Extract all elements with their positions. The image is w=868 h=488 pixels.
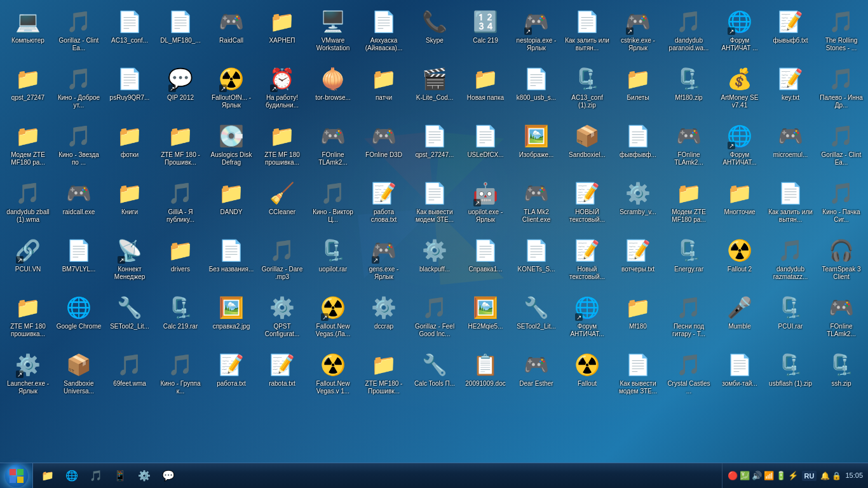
desktop-icon-rolling-stones[interactable]: 🎵The Rolling Stones - ... bbox=[817, 6, 866, 62]
desktop-icon-gorillaz-ea[interactable]: 🎵Gorillaz - Clint Ea... bbox=[54, 6, 104, 62]
desktop-icon-he2mqie5[interactable]: 🖼️HE2Mqie5... bbox=[461, 292, 510, 348]
desktop-icon-zte-mf180-p[interactable]: 📁ZTE MF 180 - Прошивк... bbox=[156, 120, 205, 176]
desktop-icon-bilety[interactable]: 📁Билеты bbox=[613, 63, 663, 119]
desktop-icon-votchery[interactable]: 📝вотчеры.txt bbox=[613, 234, 663, 290]
taskbar-item-settings[interactable]: ⚙️ bbox=[132, 465, 156, 487]
desktop-icon-rabota-txt[interactable]: 📝работа.txt bbox=[207, 349, 256, 405]
desktop-icon-20091009[interactable]: 📋20091009.doc bbox=[461, 349, 510, 405]
desktop-icon-dandy[interactable]: 📁DANDY bbox=[207, 177, 256, 233]
desktop-icon-69feet-wma[interactable]: 🎵69feet.wma bbox=[105, 349, 154, 405]
desktop-icon-mumble[interactable]: 🎤Mumble bbox=[715, 292, 764, 348]
desktop-icon-drivers[interactable]: 📁drivers bbox=[156, 234, 205, 290]
desktop-icon-falloutofn[interactable]: ☢️↗FalloutOfN... - Ярлык bbox=[207, 63, 256, 119]
desktop-icon-modem-zte[interactable]: 📁Модем ZTE MF180 ра... bbox=[3, 120, 53, 176]
desktop-icon-k800-usb[interactable]: 📄k800_usb_s... bbox=[512, 63, 561, 119]
desktop-icon-usbflash[interactable]: 🗜️usbflash (1).zip bbox=[766, 349, 815, 405]
desktop-icon-rabota-txt2[interactable]: 📝rabota.txt bbox=[257, 349, 307, 405]
desktop-icon-mf180[interactable]: 📁Mf180 bbox=[613, 292, 663, 348]
desktop-icon-na-rabotu[interactable]: ⏰↗На работу! будильни... bbox=[257, 63, 307, 119]
desktop-icon-calc219[interactable]: 🔢Calc 219 bbox=[461, 6, 510, 62]
desktop-icon-dandydub-razm[interactable]: 🎵dandydub razmatazz... bbox=[766, 234, 815, 290]
desktop-icon-harnep[interactable]: 📁ХАРНЕП bbox=[257, 6, 307, 62]
desktop-icon-forum-antichat[interactable]: 🌐↗Форум АНТИЧАТ... bbox=[562, 292, 612, 348]
desktop-icon-fonline-d3d[interactable]: 🎮FOnline D3D bbox=[359, 120, 409, 176]
desktop-icon-energy-rar[interactable]: 🗜️Energy.rar bbox=[664, 234, 714, 290]
desktop-icon-gens-exe[interactable]: 🎮↗gens.exe - Ярлык bbox=[359, 234, 409, 290]
desktop-icon-auslogics[interactable]: 💽Auslogics Disk Defrag bbox=[207, 120, 256, 176]
desktop-icon-gorillaz-clint2[interactable]: 🎵Gorillaz - Clint Ea... bbox=[817, 120, 866, 176]
desktop-icon-google-chrome[interactable]: 🌐Google Chrome bbox=[54, 292, 104, 348]
desktop-icon-mnogtochie[interactable]: 📁Многточие bbox=[715, 177, 764, 233]
taskbar-item-explorer[interactable]: 📁 bbox=[36, 465, 60, 487]
desktop-icon-spravka2-jpg[interactable]: 🖼️справка2.jpg bbox=[207, 292, 256, 348]
desktop-icon-artmoney[interactable]: 💰ArtMoney SE v7.41 bbox=[715, 63, 764, 119]
desktop-icon-tor-browse[interactable]: 🧅tor-browse... bbox=[308, 63, 358, 119]
desktop-icon-tla-mk2[interactable]: 🎮TLA Mk2 Client.exe bbox=[512, 177, 561, 233]
desktop-icon-kino-gruppa[interactable]: 🎵Кино - Группа к... bbox=[156, 349, 205, 405]
desktop-icon-dandydub-wma2[interactable]: 🎵dandydub paranoid.wa... bbox=[664, 6, 714, 62]
desktop-icon-mf180-zip[interactable]: 🗜️Mf180.zip bbox=[664, 63, 714, 119]
desktop-icon-qpst-conf[interactable]: ⚙️QPST Configurat... bbox=[257, 292, 307, 348]
desktop-icon-pcui-rar[interactable]: 🗜️PCUI.rar bbox=[766, 292, 815, 348]
desktop-icon-vmware[interactable]: 🖥️VMware Workstation bbox=[308, 6, 358, 62]
desktop-icon-scramby-v[interactable]: ⚙️Scramby_v... bbox=[613, 177, 663, 233]
desktop-icon-dl-mf180[interactable]: 📄DL_MF180_... bbox=[156, 6, 205, 62]
taskbar-item-chrome[interactable]: 🌐 bbox=[60, 465, 84, 487]
desktop-icon-zte-mf180-pr2[interactable]: 📁ZTE MF180 - Прошивк... bbox=[359, 349, 409, 405]
desktop-icon-k-lite[interactable]: 🎬K-Lite_Cod... bbox=[410, 63, 459, 119]
desktop-icon-fonline-tlamk2[interactable]: 🎮FOnline TLAmk2... bbox=[664, 120, 714, 176]
desktop-icon-kak-vyvesti2[interactable]: 📄Как вывести модем ЗТЕ... bbox=[613, 349, 663, 405]
desktop-icon-rabota-slova[interactable]: 📝работа слова.txt bbox=[359, 177, 409, 233]
desktop-icon-nestopia[interactable]: 🎮↗nestopia.exe - Ярлык bbox=[512, 6, 561, 62]
desktop-icon-fyvfyvf[interactable]: 📄фывфывф... bbox=[613, 120, 663, 176]
desktop-icon-uopilot-exe[interactable]: 🤖↗uopilot.exe - Ярлык bbox=[461, 177, 510, 233]
desktop-icon-fallout-nv-la[interactable]: ☢️↗Fallout.New Vegas.(Ла... bbox=[308, 292, 358, 348]
desktop-icon-fallout[interactable]: ☢️Fallout bbox=[562, 349, 612, 405]
desktop-icon-launcher-exe[interactable]: ⚙️↗Launcher.exe - Ярлык bbox=[3, 349, 53, 405]
desktop-icon-kak-vyvesti[interactable]: 📄Как вывести модем ЗТЕ... bbox=[410, 177, 459, 233]
desktop-icon-kak-zalit[interactable]: 📄Как залить или вытян... bbox=[562, 6, 612, 62]
start-button[interactable] bbox=[0, 463, 33, 489]
desktop-icon-kino-viktor[interactable]: 🎵Кино - Виктор Ц... bbox=[308, 177, 358, 233]
desktop-icon-bm7vlyl[interactable]: 📄BM7VLYL... bbox=[54, 234, 104, 290]
desktop-icon-ccleaner[interactable]: 🧹CCleaner bbox=[257, 177, 307, 233]
desktop-icon-forum-antichat2[interactable]: 🌐↗Форум АНТИЧАТ ... bbox=[715, 6, 764, 62]
desktop-icon-raidcall-exe[interactable]: 🎮raidcall.exe bbox=[54, 177, 104, 233]
taskbar-item-media[interactable]: 🎵 bbox=[84, 465, 108, 487]
desktop-icon-patchi[interactable]: 📁патчи bbox=[359, 63, 409, 119]
desktop-icon-qpst27247-2[interactable]: 📄qpst_27247... bbox=[410, 120, 459, 176]
desktop-icon-novaya-papka[interactable]: 📁Новая папка bbox=[461, 63, 510, 119]
desktop-icon-gillia[interactable]: 🎵GilliA - Я публику... bbox=[156, 177, 205, 233]
desktop-icon-pcui-vn[interactable]: 🔗↗PCUI.VN bbox=[3, 234, 53, 290]
desktop-icon-fotki[interactable]: 📁фотки bbox=[105, 120, 154, 176]
desktop-icon-fyvfyvfb[interactable]: 📝фывыфб.txt bbox=[766, 6, 815, 62]
desktop-icon-ac13-zip[interactable]: 🗜️AC13_conf (1).zip bbox=[562, 63, 612, 119]
desktop-icon-izobrazhenie[interactable]: 🖼️Изображе... bbox=[512, 120, 561, 176]
desktop-icon-setool2-lit[interactable]: 🔧SETool2_Lit... bbox=[105, 292, 154, 348]
desktop-icon-dccrap[interactable]: ⚙️dccrap bbox=[359, 292, 409, 348]
desktop-icon-key-txt[interactable]: 📝key.txt bbox=[766, 63, 815, 119]
desktop-icon-gorillaz-dare[interactable]: 🎵Gorillaz - Dare .mp3 bbox=[257, 234, 307, 290]
desktop-icon-knigi[interactable]: 📁Книги bbox=[105, 177, 154, 233]
desktop-icon-forum-antichat3[interactable]: 🌐↗Форум АНТИЧАТ... bbox=[715, 120, 764, 176]
desktop-icon-calc219-rar[interactable]: 🗜️Calc 219.rar bbox=[156, 292, 205, 348]
desktop-icon-pesni-gitar[interactable]: 🎵Песни под гитару - Т... bbox=[664, 292, 714, 348]
desktop-icon-ssh-zip[interactable]: 🗜️ssh.zip bbox=[817, 349, 866, 405]
language-indicator[interactable]: RU bbox=[802, 471, 817, 481]
desktop-icon-calc-tools[interactable]: 🔧Calc Tools П... bbox=[410, 349, 459, 405]
desktop-icon-gorillaz-feel[interactable]: 🎵Gorillaz - Feel Good Inc... bbox=[410, 292, 459, 348]
desktop-icon-fallout2[interactable]: ☢️Fallout 2 bbox=[715, 234, 764, 290]
desktop-icon-qpst27247[interactable]: 📁qpst_27247 bbox=[3, 63, 53, 119]
desktop-icon-fonline-tlamk[interactable]: 🎮FOnline TLAmk2... bbox=[308, 120, 358, 176]
desktop-icon-teamspeak3[interactable]: 🎧TeamSpeak 3 Client bbox=[817, 234, 866, 290]
desktop-icon-palevo[interactable]: 🎵Палево - Инна Др... bbox=[817, 63, 866, 119]
desktop-icon-microemul[interactable]: 🎮microemul... bbox=[766, 120, 815, 176]
desktop-icon-psruy9qr7[interactable]: 📄psRuy9QR7... bbox=[105, 63, 154, 119]
desktop-icon-raidcall[interactable]: 🎮RaidCall bbox=[207, 6, 256, 62]
desktop-icon-spravka1[interactable]: 📄Справка1... bbox=[461, 234, 510, 290]
desktop-icon-dandydub-wma[interactable]: 🎵dandydub zball (1).wma bbox=[3, 177, 53, 233]
taskbar-item-skype[interactable]: 💬 bbox=[156, 465, 180, 487]
desktop-icon-konn-men[interactable]: 📡↗Коннект Менеджер bbox=[105, 234, 154, 290]
desktop-icon-computer[interactable]: 💻Компьютер bbox=[3, 6, 53, 62]
desktop-icon-qip2012[interactable]: 💬↗QIP 2012 bbox=[156, 63, 205, 119]
